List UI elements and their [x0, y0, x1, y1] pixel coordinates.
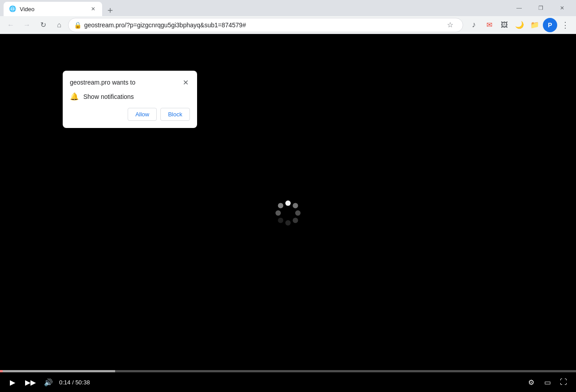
bookmark-icon[interactable]: ☆	[443, 18, 457, 32]
more-options-button[interactable]: ⋮	[558, 18, 572, 32]
forward-button[interactable]: →	[20, 18, 34, 32]
tab-strip: 🌐 Video ✕ ＋	[4, 0, 509, 16]
popup-buttons: Allow Block	[70, 108, 190, 121]
theater-mode-button[interactable]: ▭	[540, 375, 555, 389]
extension-music-button[interactable]: ♪	[467, 18, 481, 32]
video-controls: ▶ ▶▶ 🔊 0:14 / 50:38 ⚙ ▭ ⛶	[0, 372, 576, 392]
maximize-button[interactable]: ❐	[530, 1, 551, 15]
svg-point-5	[278, 218, 284, 223]
security-icon: 🔒	[74, 21, 82, 29]
bell-icon: 🔔	[70, 92, 79, 101]
svg-point-1	[293, 203, 298, 209]
popup-title: geostream.pro wants to	[70, 79, 135, 86]
tab-title: Video	[20, 6, 90, 13]
extensions-area: ♪ ✉ 🖼 🌙 📁 P ⋮	[467, 18, 572, 32]
profile-button[interactable]: P	[543, 18, 557, 32]
address-bar[interactable]: 🔒 geostream.pro/?p=gizgcnrqgu5gi3bphayq&…	[68, 18, 463, 32]
url-text: geostream.pro/?p=gizgcnrqgu5gi3bphayq&su…	[84, 21, 443, 29]
svg-point-2	[295, 210, 301, 216]
home-button[interactable]: ⌂	[52, 18, 66, 32]
block-button[interactable]: Block	[160, 108, 190, 121]
permission-text: Show notifications	[83, 93, 134, 100]
back-button[interactable]: ←	[4, 18, 18, 32]
svg-point-0	[285, 200, 291, 206]
popup-close-button[interactable]: ✕	[181, 78, 190, 87]
close-button[interactable]: ✕	[552, 1, 572, 15]
right-controls: ⚙ ▭ ⛶	[524, 375, 571, 389]
active-tab[interactable]: 🌐 Video ✕	[4, 2, 102, 16]
extension-mail-button[interactable]: ✉	[482, 18, 496, 32]
svg-point-4	[285, 220, 291, 226]
mute-button[interactable]: 🔊	[41, 375, 56, 389]
popup-header: geostream.pro wants to ✕	[70, 78, 190, 87]
notification-popup: geostream.pro wants to ✕ 🔔 Show notifica…	[63, 71, 197, 128]
play-button[interactable]: ▶	[5, 375, 20, 389]
window-controls: — ❐ ✕	[509, 1, 572, 15]
chrome-window: 🌐 Video ✕ ＋ — ❐ ✕ ← → ↻ ⌂ 🔒 geostream.pr…	[0, 0, 576, 392]
extension-folder-button[interactable]: 📁	[528, 18, 542, 32]
popup-permission-row: 🔔 Show notifications	[70, 92, 190, 101]
video-player[interactable]: geostream.pro wants to ✕ 🔔 Show notifica…	[0, 34, 576, 392]
fullscreen-button[interactable]: ⛶	[556, 375, 571, 389]
reload-button[interactable]: ↻	[36, 18, 50, 32]
svg-point-7	[278, 203, 284, 209]
content-area: geostream.pro wants to ✕ 🔔 Show notifica…	[0, 34, 576, 392]
title-bar: 🌐 Video ✕ ＋ — ❐ ✕	[0, 0, 576, 16]
tab-favicon: 🌐	[9, 5, 16, 13]
settings-button[interactable]: ⚙	[524, 375, 538, 389]
new-tab-button[interactable]: ＋	[104, 4, 116, 16]
next-button[interactable]: ▶▶	[23, 375, 38, 389]
svg-point-3	[293, 218, 298, 223]
toolbar: ← → ↻ ⌂ 🔒 geostream.pro/?p=gizgcnrqgu5gi…	[0, 16, 576, 34]
minimize-button[interactable]: —	[509, 1, 529, 15]
tab-close-button[interactable]: ✕	[90, 5, 97, 13]
time-display: 0:14 / 50:38	[59, 379, 90, 386]
loading-spinner	[274, 199, 302, 227]
extension-moon-button[interactable]: 🌙	[512, 18, 527, 32]
svg-point-6	[275, 210, 281, 216]
allow-button[interactable]: Allow	[128, 108, 157, 121]
extension-photo-button[interactable]: 🖼	[497, 18, 512, 32]
